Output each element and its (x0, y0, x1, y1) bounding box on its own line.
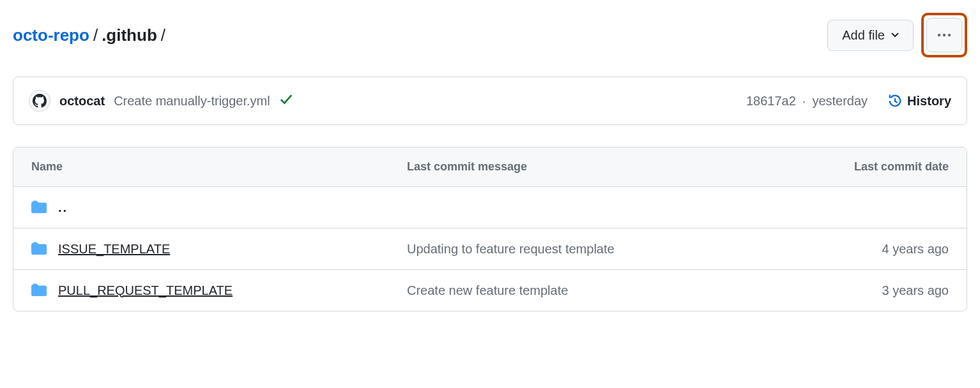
kebab-horizontal-icon (937, 33, 951, 37)
date-cell: 3 years ago (783, 283, 949, 298)
avatar[interactable] (29, 90, 50, 112)
name-cell: ISSUE_TEMPLATE (31, 241, 407, 257)
octocat-icon (33, 94, 47, 108)
table-row[interactable]: PULL_REQUEST_TEMPLATE Create new feature… (13, 270, 967, 311)
caret-down-icon (891, 33, 899, 38)
date-cell: 4 years ago (783, 242, 949, 257)
file-table: Name Last commit message Last commit dat… (13, 147, 967, 311)
commit-sha[interactable]: 18617a2 (746, 94, 796, 108)
folder-icon (31, 283, 47, 298)
svg-point-2 (948, 34, 951, 36)
breadcrumb: octo-repo / .github / (13, 26, 165, 45)
header-date: Last commit date (783, 160, 949, 174)
repo-link[interactable]: octo-repo (13, 26, 89, 45)
breadcrumb-separator: / (93, 26, 98, 45)
table-row[interactable]: ISSUE_TEMPLATE Updating to feature reque… (13, 228, 967, 270)
folder-icon (31, 241, 47, 257)
commit-message[interactable]: Create manually-trigger.yml (114, 94, 270, 108)
status-check-icon[interactable] (279, 93, 293, 109)
commit-msg-cell[interactable]: Updating to feature request template (407, 242, 783, 257)
actions-bar: Add file (827, 13, 967, 57)
svg-point-0 (938, 34, 940, 36)
history-icon (888, 94, 902, 108)
commit-time: yesterday (812, 94, 868, 108)
svg-point-1 (943, 34, 946, 36)
commit-left: octocat Create manually-trigger.yml (29, 90, 293, 112)
add-file-button[interactable]: Add file (827, 20, 914, 51)
header-name: Name (31, 160, 407, 174)
add-file-label: Add file (842, 28, 885, 43)
more-actions-button[interactable] (926, 18, 962, 52)
folder-icon (31, 200, 47, 215)
more-actions-highlight (921, 13, 967, 57)
header-message: Last commit message (407, 160, 783, 174)
parent-directory-row[interactable]: .. (13, 187, 967, 228)
file-link[interactable]: ISSUE_TEMPLATE (58, 242, 170, 257)
commit-author[interactable]: octocat (59, 94, 105, 108)
commit-msg-cell[interactable]: Create new feature template (407, 283, 783, 298)
history-link[interactable]: History (888, 94, 951, 108)
name-cell: .. (31, 200, 407, 215)
latest-commit-box: octocat Create manually-trigger.yml 1861… (13, 77, 967, 125)
name-cell: PULL_REQUEST_TEMPLATE (31, 283, 407, 298)
breadcrumb-folder: .github (102, 26, 157, 45)
breadcrumb-trailing: / (161, 26, 165, 45)
dot-separator: · (802, 94, 806, 108)
history-label: History (907, 94, 951, 108)
top-bar: octo-repo / .github / Add file (13, 13, 967, 57)
table-header: Name Last commit message Last commit dat… (13, 147, 967, 187)
commit-right: 18617a2 · yesterday History (746, 94, 951, 108)
parent-dots: .. (58, 200, 68, 215)
file-link[interactable]: PULL_REQUEST_TEMPLATE (58, 283, 233, 298)
